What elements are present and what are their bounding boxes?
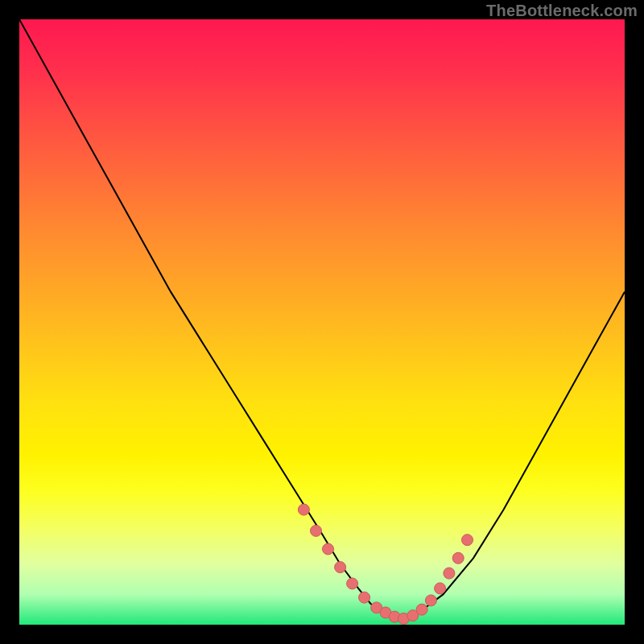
highlight-dot — [435, 583, 446, 594]
highlight-dot — [311, 525, 322, 536]
highlight-dot — [416, 604, 427, 615]
watermark-text: TheBottleneck.com — [486, 2, 638, 20]
highlight-dot — [323, 543, 334, 555]
curve-layer — [19, 19, 625, 625]
highlight-dot — [335, 562, 346, 573]
bottleneck-curve — [19, 19, 625, 619]
highlight-dot — [452, 552, 464, 564]
highlight-dot — [347, 578, 358, 589]
highlight-dot — [298, 504, 309, 515]
highlight-dot — [444, 568, 455, 579]
chart-frame: TheBottleneck.com — [0, 0, 644, 644]
plot-area — [19, 19, 625, 625]
highlight-dot — [462, 535, 473, 546]
highlight-dot — [425, 595, 436, 606]
highlight-dot — [359, 592, 370, 603]
